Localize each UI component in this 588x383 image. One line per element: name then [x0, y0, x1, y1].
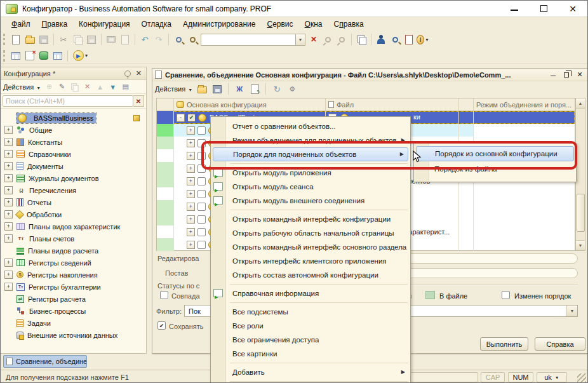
tree-item[interactable]: Задачи: [1, 317, 146, 329]
clear-search-icon[interactable]: ✕: [307, 33, 320, 46]
refresh-icon[interactable]: ↻: [271, 83, 283, 95]
menu-item[interactable]: Сервис: [261, 18, 298, 30]
expand-icon[interactable]: +: [187, 126, 195, 135]
context-menu-item[interactable]: Отчет о сравнении объектов...: [211, 119, 410, 133]
collapse-icon[interactable]: -: [177, 114, 185, 122]
tree-item[interactable]: +Перечисления: [1, 184, 146, 196]
taskbar-window-button[interactable]: Сравнение, объединение О...: [3, 355, 87, 368]
child-close-button[interactable]: ✕: [574, 70, 585, 79]
menu-item[interactable]: Отладка: [136, 18, 177, 30]
compare-settings-icon[interactable]: Ж: [233, 83, 246, 95]
expand-icon[interactable]: +: [4, 150, 13, 158]
tree-item[interactable]: Планы видов расчета: [1, 245, 146, 257]
submenu-item[interactable]: Порядок из основной конфигурации: [416, 146, 574, 161]
undo-icon[interactable]: ↶: [138, 33, 151, 46]
merge-mode-cell[interactable]: [474, 187, 575, 200]
find-in-files-icon[interactable]: [172, 33, 185, 46]
expand-icon[interactable]: +: [4, 222, 13, 231]
merge-settings-icon[interactable]: ✎: [248, 83, 261, 95]
main-config-column-header[interactable]: Основная конфигурация: [174, 98, 326, 111]
expand-icon[interactable]: +: [4, 234, 13, 243]
context-menu-item[interactable]: Открыть интерфейс клиентского приложения: [211, 254, 410, 268]
cut-icon[interactable]: ✂: [57, 33, 70, 46]
save-settings-icon[interactable]: [211, 83, 224, 95]
start-debugging-icon[interactable]: ▼: [71, 50, 90, 62]
search-prev-icon[interactable]: [321, 33, 334, 46]
merge-mode-cell[interactable]: [474, 111, 575, 124]
merge-mode-cell[interactable]: [474, 200, 575, 213]
context-menu-item[interactable]: Открыть командный интерфейс конфигурации: [211, 212, 410, 226]
row-checkbox[interactable]: [197, 126, 206, 135]
context-menu-item[interactable]: Открыть модуль сеанса: [211, 180, 410, 194]
maximize-button[interactable]: [529, 1, 558, 17]
merge-mode-column-header[interactable]: Режим объединения и поря...: [474, 98, 575, 111]
delete-icon[interactable]: ✕: [82, 81, 93, 92]
panel-close-icon[interactable]: ✕: [135, 69, 143, 77]
row-checkbox[interactable]: [197, 203, 206, 211]
move-up-icon[interactable]: ▲: [95, 81, 105, 92]
expand-icon[interactable]: +: [4, 162, 13, 170]
expand-icon[interactable]: +: [4, 126, 13, 134]
tree-item[interactable]: +Отчеты: [1, 196, 146, 208]
context-menu-item[interactable]: Режим объединения для подчиненных объект…: [211, 133, 410, 147]
selected-tree-item[interactable]: BASSmallBusiness: [17, 113, 96, 123]
actions-menu[interactable]: Действия ▼: [3, 83, 41, 91]
search-input[interactable]: [201, 34, 296, 46]
context-menu-item[interactable]: Открыть командный интерфейс основного ра…: [211, 240, 410, 254]
print-icon[interactable]: [105, 33, 117, 46]
expand-icon[interactable]: +: [4, 174, 13, 182]
redo-icon[interactable]: ↷: [152, 33, 165, 46]
context-menu-item[interactable]: Открыть состав автономной конфигурации: [211, 268, 410, 282]
table-icon[interactable]: [51, 50, 64, 62]
expand-icon[interactable]: +: [4, 271, 13, 279]
toolbar-grip[interactable]: [3, 34, 6, 45]
child-restore-button[interactable]: [561, 70, 572, 79]
search-icon[interactable]: [186, 33, 199, 46]
search-clear-icon[interactable]: ✕: [133, 95, 144, 107]
context-menu-item[interactable]: Порядок для подчиненных объектов▶: [213, 147, 408, 161]
resize-grip[interactable]: [577, 373, 586, 382]
context-menu-item[interactable]: Справочная информация: [211, 286, 410, 300]
execute-button[interactable]: Выполнить: [480, 337, 528, 351]
sort-list-icon[interactable]: ▤: [120, 81, 131, 92]
menu-item[interactable]: Администрирование: [177, 18, 261, 30]
new-icon[interactable]: [10, 33, 22, 46]
row-checkbox[interactable]: [197, 139, 206, 147]
row-checkbox[interactable]: [197, 215, 206, 224]
submenu-item[interactable]: Порядок из файла: [414, 161, 576, 177]
menu-item[interactable]: Конфигурация: [73, 18, 136, 30]
syntax-assistant-icon[interactable]: [375, 33, 387, 46]
edit-icon[interactable]: ✎: [57, 81, 67, 92]
pin-icon[interactable]: [124, 71, 131, 77]
filter-dropdown-icon[interactable]: ▼: [566, 306, 577, 316]
tree-item[interactable]: +Общие: [1, 124, 146, 136]
expand-icon[interactable]: +: [187, 177, 195, 185]
compare-window-titlebar[interactable]: Сравнение, объединение Основная конфигур…: [152, 69, 588, 81]
compare-actions-menu[interactable]: Действия ▼: [155, 85, 192, 93]
context-menu-item[interactable]: Открыть рабочую область начальной страни…: [211, 226, 410, 240]
menu-item[interactable]: Справка: [328, 18, 369, 30]
changed-order-checkbox[interactable]: [502, 291, 510, 299]
status-column-header[interactable]: [157, 98, 174, 111]
tree-item[interactable]: +Документы: [1, 160, 146, 172]
row-checkbox[interactable]: [197, 241, 206, 249]
spacer-column-header[interactable]: [459, 98, 474, 111]
search-next-icon[interactable]: [335, 33, 348, 46]
search-combo[interactable]: ▼: [201, 34, 305, 46]
language-selector[interactable]: uk▼: [537, 372, 567, 382]
database-icon[interactable]: [37, 50, 50, 62]
match-checkbox[interactable]: [160, 291, 168, 299]
row-checkbox[interactable]: [197, 190, 206, 198]
open-icon[interactable]: [23, 33, 36, 46]
tree-item[interactable]: +Обработки: [1, 208, 146, 220]
expand-icon[interactable]: +: [187, 228, 195, 236]
expand-icon[interactable]: +: [4, 198, 13, 206]
expand-icon[interactable]: +: [4, 210, 13, 218]
file-column-header[interactable]: Файл: [326, 98, 459, 111]
context-menu-item[interactable]: Добавить▶: [211, 365, 410, 379]
tree-item[interactable]: +Журналы документов: [1, 172, 146, 184]
menu-item[interactable]: Окна: [299, 18, 328, 30]
child-minimize-button[interactable]: [547, 70, 559, 79]
table-scrollbar[interactable]: ▲ ▼: [575, 98, 585, 251]
save-settings-checkbox[interactable]: ✔: [157, 321, 166, 330]
